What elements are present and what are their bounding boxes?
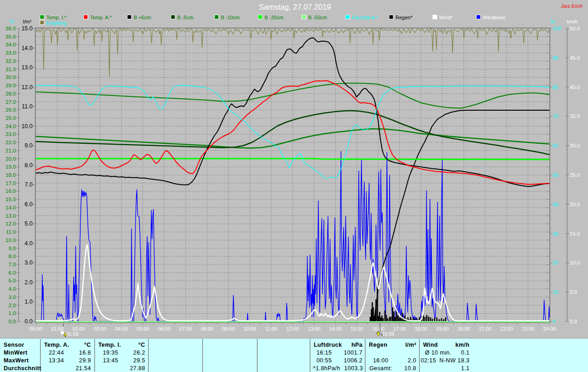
svg-text:28.0: 28.0 [6, 91, 16, 96]
svg-text:^1.8hPa/h: ^1.8hPa/h [313, 365, 340, 372]
svg-text:17.0: 17.0 [6, 180, 16, 186]
svg-text:19.0: 19.0 [6, 164, 16, 169]
svg-text:B -5cm: B -5cm [177, 15, 193, 20]
svg-text:14.0: 14.0 [22, 45, 33, 51]
svg-text:22:44: 22:44 [49, 349, 64, 356]
svg-text:80: 80 [553, 85, 558, 90]
svg-text:6.0: 6.0 [9, 270, 16, 276]
svg-text:15.0: 15.0 [22, 25, 33, 32]
svg-text:50: 50 [553, 172, 558, 178]
svg-text:90: 90 [553, 55, 558, 61]
svg-text:35.0: 35.0 [570, 113, 580, 119]
svg-text:Temp. I.*: Temp. I.* [46, 15, 67, 20]
svg-text:7.0: 7.0 [25, 181, 33, 188]
svg-text:7.0: 7.0 [9, 262, 16, 267]
svg-text:B -10cm: B -10cm [221, 15, 240, 20]
svg-text:15.0: 15.0 [6, 197, 16, 202]
svg-text:16:15: 16:15 [317, 349, 332, 356]
svg-text:Gesamt:: Gesamt: [369, 365, 392, 372]
svg-text:5.0: 5.0 [9, 278, 16, 283]
svg-text:B +5cm: B +5cm [134, 15, 151, 20]
svg-text:4.0: 4.0 [9, 286, 16, 292]
svg-text:50.0: 50.0 [570, 26, 580, 31]
svg-text:27.0: 27.0 [6, 99, 16, 105]
svg-text:0.0: 0.0 [9, 319, 16, 324]
svg-text:01:18: 01:18 [66, 331, 78, 337]
svg-text:13.0: 13.0 [22, 64, 33, 71]
svg-text:0.0: 0.0 [25, 318, 33, 325]
svg-text:%: % [550, 19, 555, 24]
svg-text:13.0: 13.0 [6, 213, 16, 219]
svg-text:8.0: 8.0 [9, 254, 16, 259]
svg-text:40.0: 40.0 [570, 85, 580, 90]
svg-text:Temp. A.: Temp. A. [44, 342, 69, 348]
svg-text:0: 0 [553, 319, 555, 324]
svg-text:30: 30 [553, 231, 558, 237]
svg-text:10.0: 10.0 [570, 260, 580, 265]
svg-text:1.1: 1.1 [461, 365, 469, 372]
svg-text:18.0: 18.0 [6, 172, 16, 178]
svg-text:26.2: 26.2 [133, 349, 145, 356]
svg-text:12.0: 12.0 [22, 84, 33, 90]
svg-text:27.88: 27.88 [130, 365, 145, 372]
svg-text:Jarz Erich: Jarz Erich [561, 3, 582, 9]
svg-text:9.0: 9.0 [9, 246, 16, 251]
svg-text:1003.3: 1003.3 [344, 365, 363, 372]
svg-text:30.0: 30.0 [570, 143, 580, 148]
svg-text:16.0: 16.0 [6, 188, 16, 194]
svg-text:21.0: 21.0 [6, 148, 16, 153]
svg-text:2.0: 2.0 [25, 279, 33, 286]
svg-text:Ø 10 min.: Ø 10 min. [425, 349, 452, 356]
svg-text:04:00: 04:00 [115, 326, 128, 332]
svg-text:40: 40 [553, 202, 558, 207]
svg-text:2.0: 2.0 [9, 303, 16, 308]
svg-text:Samstag, 27.07.2019: Samstag, 27.07.2019 [259, 3, 331, 11]
svg-text:09:00: 09:00 [222, 326, 235, 332]
svg-text:hPa: hPa [351, 342, 363, 348]
svg-text:12:00: 12:00 [286, 326, 299, 332]
svg-text:Wind*: Wind* [439, 15, 453, 20]
svg-text:5.0: 5.0 [570, 289, 577, 295]
svg-text:70: 70 [553, 113, 558, 119]
svg-text:01:00: 01:00 [51, 326, 64, 332]
svg-text:12.0: 12.0 [6, 221, 16, 226]
svg-text:11.0: 11.0 [6, 229, 16, 235]
svg-text:1001.7: 1001.7 [344, 349, 362, 356]
svg-text:8.0: 8.0 [25, 162, 33, 169]
svg-text:11:00: 11:00 [265, 326, 277, 332]
svg-text:00:55: 00:55 [317, 357, 332, 364]
svg-text:35.0: 35.0 [6, 34, 16, 39]
svg-text:°C: °C [138, 342, 145, 348]
svg-text:14.0: 14.0 [6, 205, 16, 210]
svg-text:10.0: 10.0 [6, 237, 16, 243]
svg-text:B -50cm: B -50cm [308, 15, 327, 20]
svg-text:16:05: 16:05 [382, 331, 394, 337]
svg-text:Sensor: Sensor [4, 342, 24, 348]
svg-text:02:15: 02:15 [421, 357, 436, 364]
svg-text:Temp. A.*: Temp. A.* [90, 15, 112, 20]
svg-text:10: 10 [553, 289, 558, 295]
svg-text:60: 60 [553, 143, 558, 148]
svg-text:4.0: 4.0 [25, 240, 33, 247]
svg-text:29.5: 29.5 [133, 357, 145, 364]
svg-text:9.0: 9.0 [25, 142, 33, 149]
svg-text:33.0: 33.0 [6, 50, 16, 56]
svg-text:13:34: 13:34 [49, 357, 64, 364]
svg-text:3.0: 3.0 [9, 294, 16, 300]
svg-text:29.9: 29.9 [79, 357, 91, 364]
svg-text:13:00: 13:00 [308, 326, 321, 332]
svg-text:°C: °C [84, 342, 91, 348]
svg-text:10.8: 10.8 [404, 365, 416, 372]
svg-text:Luftdruck: Luftdruck [314, 342, 342, 348]
svg-text:20.0: 20.0 [570, 202, 580, 207]
svg-text:16:00: 16:00 [373, 357, 388, 364]
svg-text:Feuchte A.*: Feuchte A.* [352, 15, 379, 20]
svg-text:24:00: 24:00 [543, 326, 556, 332]
svg-text:11.0: 11.0 [22, 103, 33, 110]
svg-text:Windböen: Windböen [483, 15, 506, 20]
svg-text:07:00: 07:00 [179, 326, 192, 332]
svg-text:22.0: 22.0 [6, 140, 16, 145]
svg-text:10:00: 10:00 [243, 326, 256, 332]
svg-text:100: 100 [553, 26, 561, 31]
svg-text:1006.2: 1006.2 [344, 357, 362, 364]
